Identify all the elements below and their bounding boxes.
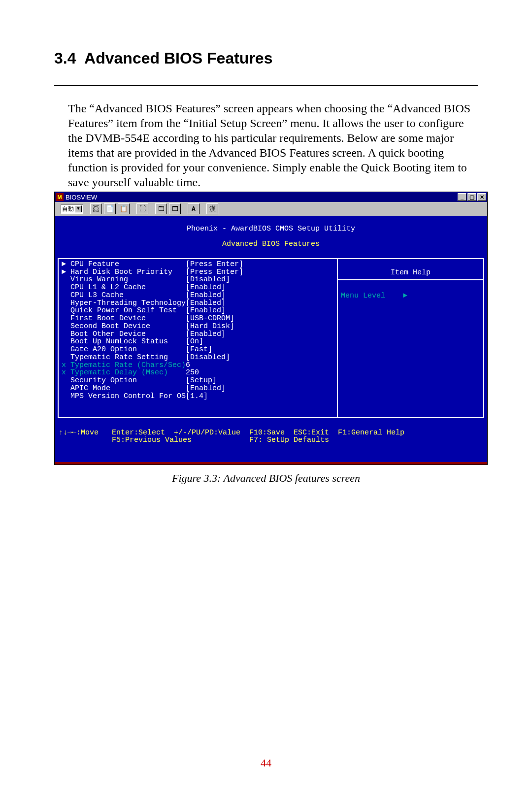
bios-setting-row[interactable]: Boot Other Device [Enabled]: [62, 331, 334, 338]
bios-utility-title: Phoenix - AwardBIOS CMOS Setup Utility: [55, 225, 487, 233]
heading-rule: [54, 85, 478, 86]
bios-screen: Phoenix - AwardBIOS CMOS Setup Utility A…: [55, 216, 487, 462]
bios-setting-row[interactable]: Typematic Rate Setting [Disabled]: [62, 354, 334, 362]
bios-setting-row[interactable]: MPS Version Control For OS[1.4]: [62, 393, 334, 400]
page-number: 44: [0, 757, 532, 769]
bios-setting-row[interactable]: Boot Up NumLock Status [On]: [62, 338, 334, 346]
bios-setting-row[interactable]: APIC Mode [Enabled]: [62, 385, 334, 393]
kanji-button[interactable]: 漢: [206, 203, 218, 214]
encoding-select[interactable]: 自動 ▼: [61, 204, 83, 214]
section-heading: 3.4 Advanced BIOS Features: [54, 49, 478, 70]
help-title: Item Help: [338, 267, 483, 281]
section-number: 3.4: [54, 49, 76, 67]
bios-box: ► CPU Feature [Press Enter]► Hard Disk B…: [58, 258, 484, 418]
biosview-window: M BIOSVIEW _ ▢ ✕ 自動 ▼ ⿴ 📄 📋 ⛶ 🗔 🗖 A 漢: [54, 192, 488, 465]
bios-setting-row[interactable]: x Typematic Delay (Msec) 250: [62, 369, 334, 377]
bios-setting-row[interactable]: First Boot Device [USB-CDROM]: [62, 315, 334, 323]
dropdown-caret-icon: ▼: [75, 205, 82, 212]
font-button[interactable]: A: [188, 203, 200, 214]
bios-setting-row[interactable]: Hyper-Threading Technology[Enabled]: [62, 299, 334, 307]
footer-line-1: ↑↓→←:Move Enter:Select +/-/PU/PD:Value F…: [59, 429, 404, 437]
bios-setting-row[interactable]: Quick Power On Self Test [Enabled]: [62, 307, 334, 315]
bios-setting-row[interactable]: ► CPU Feature [Press Enter]: [62, 261, 334, 268]
bios-setting-row[interactable]: ► Hard Disk Boot Priority [Press Enter]: [62, 268, 334, 276]
properties-icon[interactable]: 🗔: [155, 203, 167, 214]
bios-setting-row[interactable]: CPU L3 Cache [Enabled]: [62, 292, 334, 299]
bios-setting-row[interactable]: x Typematic Rate (Chars/Sec)6: [62, 362, 334, 369]
bios-setting-row[interactable]: Gate A20 Option [Fast]: [62, 346, 334, 354]
paste-icon[interactable]: 📋: [118, 203, 130, 214]
encoding-select-label: 自動: [62, 205, 74, 213]
fullscreen-icon[interactable]: ⛶: [136, 203, 148, 214]
maximize-button[interactable]: ▢: [467, 193, 476, 201]
bottom-red-bar: [55, 462, 487, 465]
close-button[interactable]: ✕: [477, 193, 486, 201]
bios-settings-list[interactable]: ► CPU Feature [Press Enter]► Hard Disk B…: [59, 259, 338, 417]
bios-setting-row[interactable]: Virus Warning [Disabled]: [62, 276, 334, 284]
toolbar-btn-1[interactable]: ⿴: [90, 203, 102, 214]
bios-setting-row[interactable]: Second Boot Device [Hard Disk]: [62, 323, 334, 331]
bios-footer: ↑↓→←:Move Enter:Select +/-/PU/PD:Value F…: [55, 427, 487, 447]
window-icon[interactable]: 🗖: [169, 203, 181, 214]
bios-subtitle: Advanced BIOS Features: [55, 240, 487, 248]
bios-help-pane: Item Help Menu Level ►: [338, 259, 483, 417]
titlebar: M BIOSVIEW _ ▢ ✕: [55, 192, 487, 202]
copy-icon[interactable]: 📄: [104, 203, 116, 214]
toolbar: 自動 ▼ ⿴ 📄 📋 ⛶ 🗔 🗖 A 漢: [55, 202, 487, 216]
body-paragraph: The “Advanced BIOS Features” screen appe…: [68, 101, 478, 190]
section-title: Advanced BIOS Features: [84, 49, 272, 67]
app-icon: M: [56, 193, 64, 201]
figure-caption: Figure 3.3: Advanced BIOS features scree…: [54, 472, 478, 485]
menu-level-indicator: Menu Level ►: [341, 292, 480, 300]
footer-line-2: F5:Previous Values F7: SetUp Defaults: [59, 436, 329, 444]
bios-setting-row[interactable]: CPU L1 & L2 Cache [Enabled]: [62, 284, 334, 292]
minimize-button[interactable]: _: [458, 193, 466, 201]
window-title: BIOSVIEW: [66, 194, 457, 201]
bios-setting-row[interactable]: Security Option [Setup]: [62, 377, 334, 385]
